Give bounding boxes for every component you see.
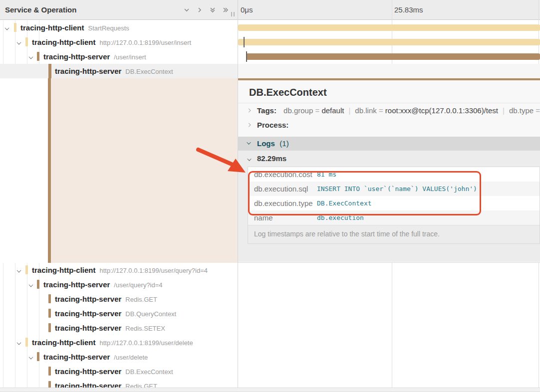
chevron-down-icon[interactable] <box>248 157 252 161</box>
bottom-scrollbar-track[interactable] <box>0 388 540 392</box>
span-row-label: tracing-http-serverRedis.GET <box>0 292 238 307</box>
span-color-bar <box>14 23 16 32</box>
process-summary-row[interactable]: Process: <box>238 118 540 132</box>
chevron-down-icon[interactable] <box>29 355 33 359</box>
double-chevron-down-icon[interactable] <box>209 6 217 14</box>
log-field-row[interactable]: db.execution.typeDB.ExecContext <box>248 196 540 210</box>
logs-section-header[interactable]: Logs (1) <box>238 137 540 151</box>
span-row-label: tracing-http-clienthttp://127.0.0.1:8199… <box>0 35 238 50</box>
span-tree-panel: Service & Operation <box>0 0 238 392</box>
chevron-down-icon[interactable] <box>5 26 9 30</box>
timeline-rows <box>238 20 540 78</box>
service-name: tracing-http-server <box>43 52 110 61</box>
span-start-tick <box>244 37 245 47</box>
span-row-label: tracing-http-serverDB.QueryContext <box>0 306 238 321</box>
span-color-bar <box>25 265 28 274</box>
span-row-label: tracing-http-server/user/delete <box>0 350 238 365</box>
span-row-label: tracing-http-serverRedis.SETEX <box>0 321 238 336</box>
chevron-down-icon[interactable] <box>183 6 191 14</box>
log-entry-timestamp: 82.29ms <box>257 154 286 163</box>
chevron-right-icon[interactable] <box>247 123 251 127</box>
span-row[interactable]: tracing-http-serverDB.ExecContext <box>0 64 238 78</box>
span-row[interactable]: tracing-http-server/user/insert <box>0 49 238 64</box>
operation-name: Redis.GET <box>125 296 157 303</box>
timeline-row[interactable] <box>238 35 540 49</box>
log-footer-note: Log timestamps are relative to the start… <box>248 225 540 243</box>
operation-name: StartRequests <box>88 24 129 32</box>
tag-item: db.type = mysql <box>509 106 540 115</box>
tags-label: Tags: <box>257 106 276 115</box>
chevron-down-icon[interactable] <box>17 341 21 345</box>
process-label: Process: <box>257 121 288 129</box>
span-row[interactable]: tracing-http-clientStartRequests <box>0 20 238 35</box>
log-field-row[interactable]: db.execution.cost81 ms <box>248 167 540 182</box>
chevron-down-icon[interactable] <box>17 40 21 44</box>
timeline-row[interactable] <box>238 20 540 35</box>
service-name: tracing-http-client <box>32 338 96 347</box>
logs-label: Logs <box>257 139 275 148</box>
log-entry-header[interactable]: 82.29ms <box>248 151 540 167</box>
span-duration-bar[interactable] <box>238 24 540 31</box>
timeline-tick-mid: 25.83ms <box>394 0 423 20</box>
chevron-right-icon[interactable] <box>247 109 251 112</box>
span-duration-bar[interactable] <box>238 39 540 45</box>
span-row-label: tracing-http-clienthttp://127.0.0.1:8199… <box>0 263 238 278</box>
operation-name: DB.ExecContext <box>125 68 173 75</box>
operation-name: http://127.0.0.1:8199/user/query?id=4 <box>100 267 208 274</box>
trace-viewer: Service & Operation <box>0 0 540 392</box>
span-color-bar <box>48 323 51 332</box>
span-color-bar <box>48 64 51 78</box>
span-row[interactable]: tracing-http-server/user/delete <box>0 350 238 364</box>
span-row[interactable]: tracing-http-clienthttp://127.0.0.1:8199… <box>0 335 238 350</box>
operation-name: /user/query?id=4 <box>114 281 162 289</box>
chevron-down-icon[interactable] <box>17 268 21 272</box>
log-field-value: db.execution <box>317 210 364 225</box>
span-row-label: tracing-http-serverDB.ExecContext <box>0 364 238 379</box>
span-color-bar <box>25 338 28 347</box>
span-duration-bar[interactable] <box>246 53 540 60</box>
span-row[interactable]: tracing-http-clienthttp://127.0.0.1:8199… <box>0 263 238 277</box>
logs-content: 82.29ms db.execution.cost81 msdb.executi… <box>238 151 540 262</box>
log-field-value: INSERT INTO `user`(`name`) VALUES('john'… <box>317 182 477 196</box>
column-resizer-handle[interactable] <box>231 12 235 16</box>
chevron-down-icon[interactable] <box>29 55 33 59</box>
span-row[interactable]: tracing-http-serverDB.QueryContext <box>0 306 238 321</box>
tag-separator: | <box>503 106 505 115</box>
logs-count: (1) <box>279 139 288 148</box>
log-field-row[interactable]: namedb.execution <box>248 210 540 225</box>
expanded-span-background <box>51 78 238 263</box>
log-field-value: 81 ms <box>317 167 336 182</box>
span-color-bar <box>37 280 39 289</box>
span-row-label: tracing-http-server/user/insert <box>0 49 238 64</box>
timeline-row[interactable] <box>238 64 540 78</box>
span-row[interactable]: tracing-http-clienthttp://127.0.0.1:8199… <box>0 35 238 49</box>
log-field-key: db.execution.type <box>248 196 317 210</box>
span-detail-panel: DB.ExecContext Tags: db.group = default|… <box>238 80 540 263</box>
log-field-row[interactable]: db.execution.sqlINSERT INTO `user`(`name… <box>248 182 540 196</box>
span-row[interactable]: tracing-http-serverRedis.SETEX <box>0 321 238 335</box>
span-color-bar <box>48 309 51 318</box>
chevron-down-icon[interactable] <box>247 141 251 145</box>
span-row[interactable]: tracing-http-serverDB.ExecContext <box>0 364 238 379</box>
span-row[interactable]: tracing-http-server/user/query?id=4 <box>0 277 238 292</box>
service-name: tracing-http-server <box>55 324 121 332</box>
service-name: tracing-http-client <box>32 38 96 46</box>
operation-name: DB.ExecContext <box>125 368 173 376</box>
tag-separator: | <box>348 106 350 115</box>
double-chevron-right-icon[interactable] <box>222 6 230 14</box>
tag-item: db.link = root:xxx@tcp(127.0.0.1:3306)/t… <box>355 106 498 115</box>
span-start-tick <box>246 51 247 62</box>
tree-controls <box>183 0 230 20</box>
chevron-right-icon[interactable] <box>196 6 204 14</box>
span-tree: tracing-http-clientStartRequeststracing-… <box>0 20 238 392</box>
chevron-down-icon[interactable] <box>29 283 33 287</box>
tree-rows-top: tracing-http-clientStartRequeststracing-… <box>0 20 238 78</box>
service-name: tracing-http-server <box>55 67 121 75</box>
timeline-row[interactable] <box>238 49 540 64</box>
log-field-key: db.execution.sql <box>248 182 317 196</box>
timeline-header: 0μs 25.83ms <box>238 0 540 20</box>
log-fields-table: db.execution.cost81 msdb.execution.sqlIN… <box>248 167 540 244</box>
tags-summary-row[interactable]: Tags: db.group = default|db.link = root:… <box>238 103 540 118</box>
span-row[interactable]: tracing-http-serverRedis.GET <box>0 292 238 306</box>
span-color-bar <box>25 37 28 46</box>
